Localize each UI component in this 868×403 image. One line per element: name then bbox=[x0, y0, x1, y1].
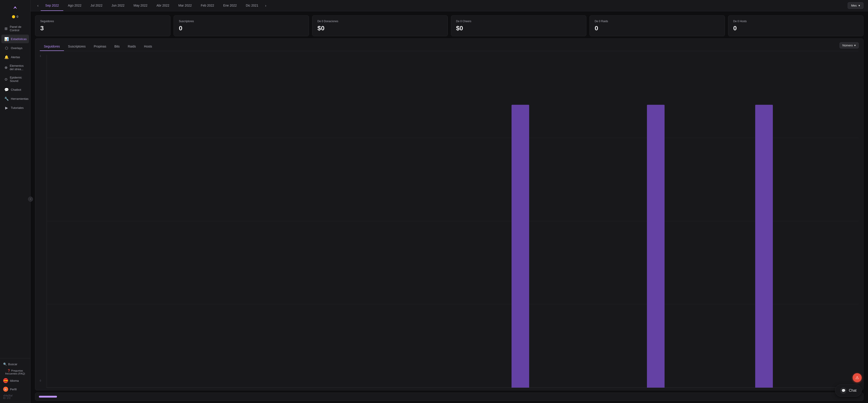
stat-label-hosts: De 0 Hosts bbox=[733, 20, 858, 23]
faq-icon: ❓ bbox=[7, 369, 10, 372]
sidebar-item-panel[interactable]: ⊞ Panel de Control bbox=[1, 23, 29, 34]
warning-button[interactable]: ⚠ bbox=[852, 373, 862, 382]
chart-container: Seguidores Suscriptores Propinas Bits Ra… bbox=[35, 38, 864, 390]
y-axis-top: 1 bbox=[40, 55, 41, 57]
sidebar-item-epidemic[interactable]: ⊙ Epidemic Sound bbox=[1, 74, 29, 85]
main-content: ‹ Sep 2022 Ago 2022 Jul 2022 Jun 2022 Ma… bbox=[31, 0, 868, 403]
bar-col-22: Sep 23 bbox=[642, 55, 669, 387]
sidebar-item-herramientas-label: Herramientas bbox=[11, 97, 29, 100]
bar-chart: 10Sep 1Sep 2Sep 3Sep 4Sep 5Sep 6Sep 7Sep… bbox=[40, 55, 859, 388]
month-tab-abr2022[interactable]: Abr 2022 bbox=[152, 0, 174, 11]
sidebar-item-estadisticas[interactable]: 📊 Estadísticas bbox=[1, 35, 29, 43]
streamlabs-logo-icon bbox=[11, 4, 19, 11]
user-id: ID: 172 bbox=[3, 397, 27, 399]
profile-button[interactable]: ▶ Perfil bbox=[0, 385, 30, 394]
month-tab-may2022[interactable]: May 2022 bbox=[129, 0, 152, 11]
language-button[interactable]: 🇪🇸 Idioma bbox=[0, 376, 30, 385]
chatbot-icon: 💬 bbox=[4, 88, 8, 92]
month-tab-ago2022[interactable]: Ago 2022 bbox=[63, 0, 86, 11]
sidebar-item-overlays-label: Overlays bbox=[11, 47, 22, 50]
sidebar-item-chatbot[interactable]: 💬 Chatbot bbox=[1, 85, 29, 94]
lang-flag-icon: 🇪🇸 bbox=[3, 378, 8, 383]
bar-col-2: Sep 3 bbox=[101, 55, 128, 387]
sidebar-item-elementos[interactable]: ⊕ Elementos del strea... bbox=[1, 62, 29, 73]
chart-tab-bits[interactable]: Bits bbox=[110, 42, 124, 51]
bar-col-27: Sep 28 bbox=[778, 55, 805, 387]
bar-col-4: Sep 5 bbox=[155, 55, 182, 387]
month-dropdown-label: Mes bbox=[851, 4, 857, 7]
chart-type-label: Número bbox=[842, 44, 853, 47]
chart-area: 10Sep 1Sep 2Sep 3Sep 4Sep 5Sep 6Sep 7Sep… bbox=[40, 55, 859, 388]
bar-col-20: Sep 21 bbox=[588, 55, 615, 387]
chart-tab-raids[interactable]: Raids bbox=[124, 42, 140, 51]
x-label-13: Sep 14 bbox=[410, 387, 416, 388]
month-tab-dic2021[interactable]: Dic 2021 bbox=[241, 0, 263, 11]
month-tab-jun2022[interactable]: Jun 2022 bbox=[107, 0, 129, 11]
chart-tab-suscriptores[interactable]: Suscriptores bbox=[64, 42, 90, 51]
chat-icon-glyph: 💬 bbox=[842, 389, 845, 392]
alertas-icon: 🔔 bbox=[4, 55, 8, 59]
bar-col-0: Sep 1 bbox=[47, 55, 74, 387]
panel-icon: ⊞ bbox=[4, 27, 7, 31]
sidebar-item-herramientas[interactable]: 🔧 Herramientas bbox=[1, 94, 29, 103]
x-label-20: Sep 21 bbox=[599, 387, 606, 388]
chart-tab-hosts[interactable]: Hosts bbox=[140, 42, 156, 51]
live-count: 0 bbox=[17, 15, 18, 18]
bar-col-15: Sep 16 bbox=[453, 55, 480, 387]
app-logo bbox=[0, 0, 30, 13]
stat-card-cheers: De 0 Cheers $0 bbox=[451, 16, 586, 36]
bar-col-18: Sep 19 bbox=[534, 55, 561, 387]
stat-card-seguidores: Seguidores 3 bbox=[35, 16, 170, 36]
chart-type-dropdown[interactable]: Número ▾ bbox=[839, 42, 859, 49]
month-next-button[interactable]: › bbox=[263, 4, 269, 8]
chart-tab-propinas[interactable]: Propinas bbox=[90, 42, 110, 51]
sidebar-item-panel-label: Panel de Control bbox=[10, 25, 26, 32]
search-button[interactable]: 🔍 Buscar bbox=[0, 361, 30, 368]
sidebar-item-tutoriales[interactable]: ▶ Tutoriales bbox=[1, 104, 29, 112]
chat-icon: 💬 bbox=[840, 387, 846, 394]
month-tab-jul2022[interactable]: Jul 2022 bbox=[86, 0, 107, 11]
sidebar-item-estadisticas-label: Estadísticas bbox=[11, 37, 27, 41]
bar-col-28: Sep 29 bbox=[805, 55, 832, 387]
bar-22 bbox=[647, 105, 664, 387]
sidebar-item-alertas[interactable]: 🔔 Alertas bbox=[1, 53, 29, 61]
month-tab-feb2022[interactable]: Feb 2022 bbox=[196, 0, 219, 11]
elementos-icon: ⊕ bbox=[4, 65, 7, 69]
stat-card-raids: De 0 Raids 0 bbox=[590, 16, 725, 36]
stat-card-hosts: De 0 Hosts 0 bbox=[728, 16, 864, 36]
bar-col-17: Sep 18 bbox=[507, 55, 534, 387]
stat-card-donaciones: De 0 Donaciones $0 bbox=[312, 16, 447, 36]
month-tab-mar2022[interactable]: Mar 2022 bbox=[174, 0, 196, 11]
bar-col-24: Sep 25 bbox=[696, 55, 723, 387]
stats-row: Seguidores 3 Suscriptores 0 De 0 Donacio… bbox=[31, 11, 868, 38]
x-label-21: Sep 22 bbox=[626, 387, 633, 388]
bottom-indicator bbox=[39, 396, 57, 398]
chart-tab-seguidores[interactable]: Seguidores bbox=[40, 42, 64, 51]
sidebar: 0 ⊞ Panel de Control 📊 Estadísticas ⬡ Ov… bbox=[0, 0, 31, 403]
sidebar-item-tutoriales-label: Tutoriales bbox=[11, 106, 24, 110]
search-label: Buscar bbox=[8, 363, 17, 366]
month-tabs-bar: ‹ Sep 2022 Ago 2022 Jul 2022 Jun 2022 Ma… bbox=[31, 0, 868, 11]
bar-col-11: Sep 12 bbox=[344, 55, 372, 387]
stat-label-seguidores: Seguidores bbox=[40, 20, 165, 23]
collapse-sidebar-button[interactable]: ‹ bbox=[28, 197, 33, 202]
sidebar-item-overlays[interactable]: ⬡ Overlays bbox=[1, 44, 29, 52]
x-label-19: Sep 20 bbox=[572, 387, 579, 388]
stat-label-donaciones: De 0 Donaciones bbox=[317, 20, 442, 23]
sidebar-item-alertas-label: Alertas bbox=[11, 55, 20, 59]
language-label: Idioma bbox=[10, 379, 19, 382]
bar-col-10: Sep 11 bbox=[317, 55, 344, 387]
faq-button[interactable]: ❓ Preguntas frecuentes (FAQ) bbox=[0, 368, 30, 376]
version-info: v54a35af ID: 172 bbox=[0, 394, 30, 401]
chat-button[interactable]: 💬 Chat bbox=[835, 384, 862, 397]
x-label-16: Sep 17 bbox=[491, 387, 497, 388]
bar-col-8: Sep 9 bbox=[264, 55, 290, 387]
month-prev-button[interactable]: ‹ bbox=[35, 4, 41, 8]
month-tab-sep2022[interactable]: Sep 2022 bbox=[41, 0, 63, 11]
month-dropdown[interactable]: Mes ▾ bbox=[848, 2, 864, 9]
live-badge: 0 bbox=[0, 13, 30, 22]
stat-value-suscriptores: 0 bbox=[179, 25, 304, 32]
bar-col-25: Sep 26 bbox=[723, 55, 750, 387]
sidebar-footer: 🔍 Buscar ❓ Preguntas frecuentes (FAQ) 🇪🇸… bbox=[0, 358, 30, 403]
month-tab-ene2022[interactable]: Ene 2022 bbox=[219, 0, 241, 11]
